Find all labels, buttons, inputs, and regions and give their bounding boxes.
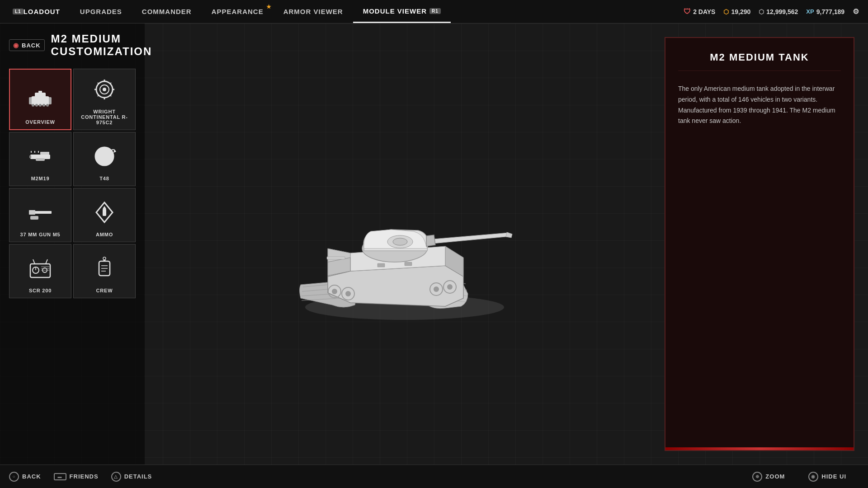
module-crew[interactable]: CREW <box>73 244 136 298</box>
module-t48[interactable]: T48 <box>73 132 136 186</box>
menu-icon[interactable]: ⚙ <box>853 7 859 16</box>
page-title: M2 MEDIUM CUSTOMIZATION <box>51 33 152 58</box>
center-tank-area <box>145 23 665 465</box>
svg-point-69 <box>332 289 337 294</box>
svg-point-7 <box>39 104 42 107</box>
xp-stat: XP 9,777,189 <box>806 8 844 15</box>
right-panel: M2 MEDIUM TANK The only American medium … <box>665 37 854 451</box>
svg-rect-4 <box>49 97 52 104</box>
r1-badge: R1 <box>429 8 441 14</box>
module-radio-label: SCR 200 <box>29 288 52 293</box>
top-navigation: L1 LOADOUT UPGRADES COMMANDER APPEARANCE… <box>0 0 868 23</box>
info-card: M2 MEDIUM TANK The only American medium … <box>665 37 854 451</box>
module-t48-label: T48 <box>99 176 109 181</box>
shield-icon: 🛡 <box>684 8 691 16</box>
svg-point-57 <box>103 257 106 260</box>
eye-icon: ◉ <box>808 472 818 482</box>
svg-rect-66 <box>405 262 412 266</box>
svg-line-52 <box>46 259 47 264</box>
crew-icon <box>89 253 120 284</box>
svg-point-9 <box>46 104 49 107</box>
l1-badge: L1 <box>13 9 24 14</box>
svg-rect-43 <box>30 216 38 220</box>
radio-icon <box>24 253 56 284</box>
svg-point-71 <box>345 291 351 296</box>
nav-armor-viewer[interactable]: ARMOR VIEWER <box>274 0 353 23</box>
svg-point-8 <box>42 104 45 107</box>
silver-icon: ⬡ <box>759 8 764 15</box>
zoom-icon: ⊕ <box>752 472 762 482</box>
module-37mm-label: 37 MM GUN M5 <box>20 232 60 237</box>
gold-stat: ⬡ 19,290 <box>723 8 750 15</box>
bottom-friends-button[interactable]: ▬ FRIENDS <box>54 473 99 480</box>
nav-left: L1 LOADOUT UPGRADES COMMANDER APPEARANCE… <box>0 0 451 23</box>
nav-loadout[interactable]: L1 LOADOUT <box>0 0 70 23</box>
nav-commander[interactable]: COMMANDER <box>132 0 202 23</box>
bottom-hide-ui-button[interactable]: ◉ HIDE UI <box>808 472 846 482</box>
share-icon: ▬ <box>54 473 66 480</box>
page-title-row: ◉ BACK M2 MEDIUM CUSTOMIZATION <box>9 33 136 58</box>
circle-back-icon: ◉ <box>13 42 19 49</box>
nav-upgrades[interactable]: UPGRADES <box>70 0 132 23</box>
svg-line-51 <box>33 259 35 264</box>
t48-icon <box>89 141 120 172</box>
xp-icon: XP <box>806 8 814 15</box>
module-ammo-label: AMMO <box>96 232 113 237</box>
module-37mm[interactable]: 37 MM GUN M5 <box>9 188 71 242</box>
module-engine-label: WRIGHT CONTINENTAL R-975C2 <box>77 109 132 125</box>
bottom-details-button[interactable]: △ DETAILS <box>111 472 152 482</box>
m2m19-icon <box>24 141 56 172</box>
star-badge: ★ <box>266 4 272 10</box>
triangle-icon: △ <box>111 472 121 482</box>
ammo-icon <box>89 197 120 228</box>
svg-rect-3 <box>29 97 32 104</box>
svg-marker-46 <box>103 206 106 209</box>
nav-appearance[interactable]: APPEARANCE ★ <box>202 0 274 23</box>
bottom-right-buttons: ⊕ ZOOM ◉ HIDE UI <box>752 472 859 482</box>
svg-point-6 <box>35 104 38 107</box>
bottom-navigation: ○ BACK ▬ FRIENDS △ DETAILS ⊕ ZOOM ◉ HIDE… <box>0 465 868 488</box>
svg-rect-23 <box>29 155 31 158</box>
engine-icon <box>89 74 120 105</box>
svg-point-5 <box>32 104 34 107</box>
svg-rect-65 <box>327 257 345 259</box>
silver-stat: ⬡ 12,999,562 <box>759 8 798 15</box>
nav-stats: 🛡 2 DAYS ⬡ 19,290 ⬡ 12,999,562 XP 9,777,… <box>684 7 868 16</box>
37mm-icon <box>24 197 56 228</box>
svg-rect-2 <box>38 91 42 97</box>
bottom-back-button[interactable]: ○ BACK <box>9 472 41 482</box>
info-card-description: The only American medium tank adopted in… <box>678 84 841 127</box>
svg-point-73 <box>447 284 453 290</box>
svg-rect-25 <box>36 158 45 161</box>
info-card-title: M2 MEDIUM TANK <box>678 52 841 71</box>
module-engine[interactable]: WRIGHT CONTINENTAL R-975C2 <box>73 69 136 130</box>
module-radio[interactable]: SCR 200 <box>9 244 71 298</box>
back-button-title[interactable]: ◉ BACK <box>9 39 45 51</box>
svg-point-31 <box>102 154 107 159</box>
tank-3d-view <box>274 154 536 334</box>
svg-rect-45 <box>103 209 106 216</box>
module-grid: OVERVIEW <box>9 69 136 298</box>
module-crew-label: CREW <box>96 288 113 293</box>
module-ammo[interactable]: AMMO <box>73 188 136 242</box>
bottom-zoom-button[interactable]: ⊕ ZOOM <box>752 472 785 482</box>
svg-point-75 <box>434 286 439 292</box>
svg-rect-42 <box>29 210 35 215</box>
module-overview[interactable]: OVERVIEW <box>9 69 71 130</box>
nav-module-viewer[interactable]: MODULE VIEWER R1 <box>353 0 451 23</box>
svg-point-12 <box>103 88 106 91</box>
svg-rect-22 <box>40 152 49 155</box>
left-panel: ◉ BACK M2 MEDIUM CUSTOMIZATION <box>0 23 145 465</box>
svg-rect-67 <box>377 263 385 267</box>
timer-stat: 🛡 2 DAYS <box>684 8 715 16</box>
svg-point-64 <box>393 238 407 245</box>
module-m2m19[interactable]: M2M19 <box>9 132 71 186</box>
main-content: ◉ BACK M2 MEDIUM CUSTOMIZATION <box>0 23 868 465</box>
gold-icon: ⬡ <box>723 8 729 15</box>
module-overview-label: OVERVIEW <box>25 119 55 125</box>
module-m2m19-label: M2M19 <box>31 176 50 181</box>
circle-icon: ○ <box>9 472 19 482</box>
overview-icon <box>24 84 56 116</box>
